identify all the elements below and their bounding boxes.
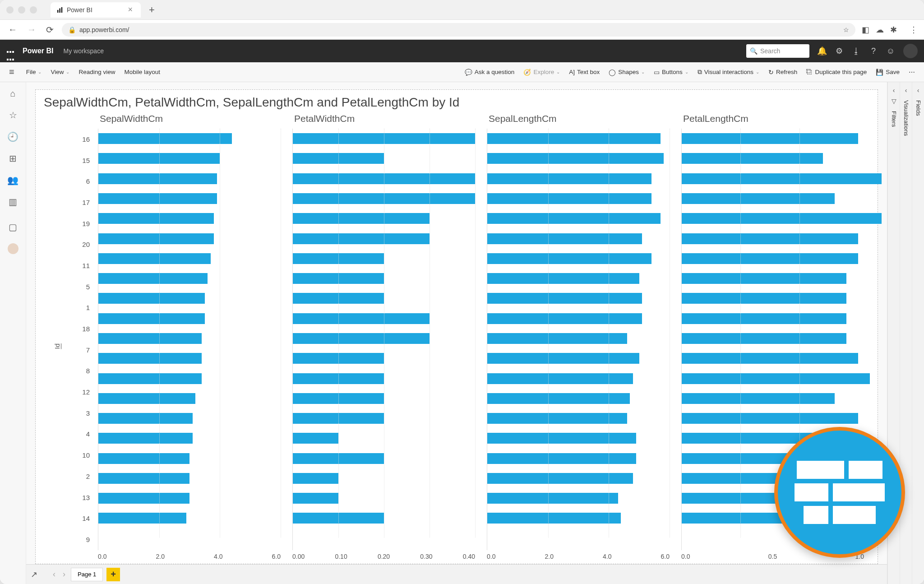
fields-pane[interactable]: ‹ Fields (912, 82, 924, 584)
shapes-menu[interactable]: ◯Shapes⌄ (604, 69, 649, 76)
bar[interactable] (293, 473, 338, 484)
bar[interactable] (293, 233, 430, 244)
bar[interactable] (487, 413, 627, 424)
bar[interactable] (487, 193, 651, 204)
bar[interactable] (487, 493, 618, 504)
bar[interactable] (487, 133, 661, 144)
bar[interactable] (682, 253, 858, 264)
bar[interactable] (487, 333, 627, 344)
expand-nav-icon[interactable]: ↗ (31, 570, 37, 579)
page-prev-icon[interactable]: ‹ (51, 570, 57, 579)
buttons-menu[interactable]: ▭Buttons⌄ (649, 69, 693, 76)
page-tab[interactable]: Page 1 (71, 568, 103, 581)
mac-zoom[interactable] (30, 6, 37, 14)
bar[interactable] (487, 353, 639, 364)
bar[interactable] (682, 273, 846, 284)
mobile-layout-button[interactable]: Mobile layout (120, 69, 165, 75)
bar[interactable] (487, 313, 642, 324)
workspace-crumb[interactable]: My workspace (63, 47, 103, 55)
explore-menu[interactable]: 🧭Explore⌄ (519, 69, 564, 76)
user-avatar[interactable] (903, 44, 918, 58)
feedback-icon[interactable]: ☺ (886, 46, 895, 56)
bar[interactable] (98, 413, 193, 424)
bar[interactable] (98, 473, 189, 484)
star-icon[interactable]: ☆ (843, 26, 849, 33)
bar[interactable] (98, 173, 217, 184)
forward-button[interactable]: → (25, 23, 38, 37)
add-page-button[interactable]: + (106, 568, 120, 581)
pbi-brand[interactable]: Power BI (23, 47, 53, 55)
help-icon[interactable]: ? (869, 46, 878, 56)
bar[interactable] (682, 213, 882, 224)
bar[interactable] (682, 293, 846, 304)
textbox-button[interactable]: A]Text box (564, 69, 604, 75)
bar[interactable] (98, 513, 186, 524)
bar[interactable] (98, 133, 232, 144)
bar[interactable] (98, 313, 205, 324)
bar[interactable] (98, 453, 189, 464)
bar[interactable] (682, 153, 823, 164)
bar[interactable] (682, 173, 882, 184)
bar[interactable] (98, 293, 205, 304)
bar[interactable] (98, 353, 202, 364)
bar[interactable] (682, 233, 858, 244)
reload-button[interactable]: ⟳ (44, 23, 55, 37)
bar[interactable] (487, 433, 636, 444)
extensions-icon[interactable]: ✱ (890, 25, 897, 35)
mac-minimize[interactable] (18, 6, 25, 14)
browser-tab[interactable]: Power BI × (51, 2, 141, 18)
bar[interactable] (487, 273, 639, 284)
bar[interactable] (682, 333, 846, 344)
view-menu[interactable]: View⌄ (46, 69, 74, 75)
bar[interactable] (487, 453, 636, 464)
ask-question-button[interactable]: 💬Ask a question (460, 69, 519, 76)
bar[interactable] (98, 253, 211, 264)
bar[interactable] (293, 213, 430, 224)
app-launcher-icon[interactable] (6, 47, 14, 55)
file-menu[interactable]: File⌄ (22, 69, 46, 75)
bar[interactable] (487, 253, 651, 264)
bar[interactable] (98, 393, 195, 404)
bar[interactable] (293, 333, 430, 344)
nav-toggle-icon[interactable]: ≡ (5, 67, 19, 77)
bar[interactable] (487, 473, 633, 484)
cast-icon[interactable]: ◧ (862, 25, 869, 35)
visual-interactions-menu[interactable]: ⧉Visual interactions⌄ (693, 69, 764, 76)
refresh-button[interactable]: ↻Refresh (764, 69, 802, 76)
learn-icon[interactable]: ▥ (7, 196, 19, 208)
bar[interactable] (487, 513, 621, 524)
download-icon[interactable]: ⭳ (852, 46, 861, 56)
bar[interactable] (293, 433, 338, 444)
save-button[interactable]: 💾Save (871, 69, 904, 76)
bar[interactable] (98, 233, 214, 244)
settings-icon[interactable]: ⚙ (835, 46, 844, 56)
bar[interactable] (98, 213, 214, 224)
new-tab-button[interactable]: + (145, 4, 158, 16)
page-next-icon[interactable]: › (61, 570, 67, 579)
cloud-icon[interactable]: ☁ (876, 25, 884, 35)
bar[interactable] (293, 493, 338, 504)
bar[interactable] (98, 273, 208, 284)
bar[interactable] (98, 493, 189, 504)
bar[interactable] (487, 153, 664, 164)
shared-icon[interactable]: 👥 (7, 174, 19, 186)
duplicate-page-button[interactable]: ⿻Duplicate this page (802, 69, 871, 75)
bar[interactable] (682, 193, 835, 204)
bar[interactable] (98, 373, 202, 384)
bar[interactable] (682, 313, 846, 324)
bar[interactable] (98, 333, 202, 344)
reading-view-button[interactable]: Reading view (74, 69, 120, 75)
bar[interactable] (682, 373, 870, 384)
bar[interactable] (682, 393, 835, 404)
recent-icon[interactable]: 🕘 (7, 131, 19, 143)
bar[interactable] (293, 313, 430, 324)
apps-icon[interactable]: ⊞ (7, 153, 19, 164)
notifications-icon[interactable]: 🔔 (818, 46, 827, 56)
global-search[interactable]: 🔍 Search (746, 44, 809, 58)
bar[interactable] (487, 373, 633, 384)
home-icon[interactable]: ⌂ (7, 88, 19, 99)
report-visual[interactable]: SepalWidthCm, PetalWidthCm, SepalLengthC… (35, 89, 878, 564)
bar[interactable] (487, 293, 642, 304)
kebab-menu-icon[interactable]: ⋮ (910, 25, 918, 35)
bar[interactable] (682, 133, 858, 144)
